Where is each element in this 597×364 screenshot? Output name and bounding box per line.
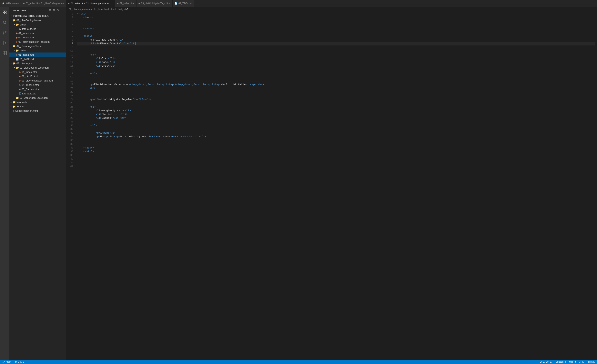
code-line-5[interactable]: </head> bbox=[77, 27, 596, 30]
code-line-9[interactable]: <h3><b>Einkaufszettel</b></h3> bbox=[77, 42, 596, 46]
code-line-38[interactable]: </html> bbox=[77, 150, 596, 153]
tab-3[interactable]: ◈01_index.html 02_Ubenungen-Name× bbox=[66, 0, 115, 7]
errors-status[interactable]: ⊗ 0 ⚠ 0 bbox=[14, 360, 25, 364]
code-line-7[interactable]: <body> bbox=[77, 34, 596, 38]
tree-item-01_index.html[interactable]: ◈01_index.html bbox=[9, 53, 66, 57]
tree-item-01_TAGs.pdf[interactable]: 📄01_TAGs.pdf bbox=[9, 57, 66, 61]
line-number-3: 3 bbox=[68, 19, 73, 23]
tree-item-02_Ubenungen-Name[interactable]: ▾📂02_Ubenungen-Name bbox=[9, 44, 66, 48]
code-line-24[interactable]: <p><h3><b>Wichtigste Regeln</b></h3></p> bbox=[77, 98, 596, 101]
code-line-10[interactable] bbox=[77, 46, 596, 49]
code-line-37[interactable]: </body> bbox=[77, 146, 596, 150]
code-line-34[interactable]: <p>H<sup>2</sup>O ist wichtig zum <b><i>… bbox=[77, 135, 596, 138]
code-line-29[interactable]: <li>Lachen</li> <br> bbox=[77, 116, 596, 120]
code-line-33[interactable]: <p>&nbsp;</p> bbox=[77, 131, 596, 135]
code-line-28[interactable]: <li>Ehrlich sein</li> bbox=[77, 113, 596, 116]
code-line-15[interactable]: <li>Brot</li> bbox=[77, 64, 596, 68]
tree-item-handouts[interactable]: ▸📁handouts bbox=[9, 100, 66, 104]
code-line-30[interactable] bbox=[77, 120, 596, 124]
code-line-18[interactable] bbox=[77, 75, 596, 79]
tree-item-01_index.html[interactable]: ◈01_index.html bbox=[9, 31, 66, 35]
code-line-21[interactable]: <br> bbox=[77, 86, 596, 90]
sidebar-header-icons: ⊕ ⊕ ⟳ … bbox=[49, 8, 64, 12]
tree-item-04_Tabelle.html[interactable]: ◈04_Tabelle.html bbox=[9, 83, 66, 87]
encoding-status[interactable]: UTF-8 bbox=[568, 360, 577, 364]
code-line-3[interactable] bbox=[77, 19, 596, 23]
code-line-27[interactable]: <li>Neugierig sein</li> bbox=[77, 109, 596, 113]
editor-content[interactable]: 1234567891011121314151617181920212223242… bbox=[66, 12, 597, 360]
new-folder-icon[interactable]: ⊕ bbox=[53, 8, 55, 12]
extensions-activity-icon[interactable] bbox=[0, 48, 9, 58]
explorer-activity-icon[interactable] bbox=[0, 8, 9, 17]
code-line-13[interactable]: <li>Eier</li> bbox=[77, 57, 596, 60]
refresh-icon[interactable]: ⟳ bbox=[56, 8, 59, 12]
code-line-2[interactable]: <head> bbox=[77, 16, 596, 19]
code-line-8[interactable]: <h1>Die TAG-Übung</h1> bbox=[77, 38, 596, 42]
more-actions-icon[interactable]: … bbox=[60, 8, 64, 12]
code-line-41[interactable] bbox=[77, 161, 596, 165]
tree-item-bilder[interactable]: ▸📁bilder bbox=[9, 48, 66, 53]
tab-close-icon[interactable]: × bbox=[111, 2, 113, 5]
code-line-35[interactable] bbox=[77, 138, 596, 142]
code-line-26[interactable]: <ol> bbox=[77, 105, 596, 109]
code-line-14[interactable]: <li>Käse</li> bbox=[77, 60, 596, 64]
tab-4[interactable]: ◈02_index.html bbox=[115, 0, 136, 7]
tree-item-05_Farben.html[interactable]: ◈05_Farben.html bbox=[9, 87, 66, 91]
run-activity-icon[interactable] bbox=[0, 38, 9, 48]
breadcrumb-item-4[interactable]: h3 bbox=[126, 8, 128, 11]
code-line-40[interactable] bbox=[77, 157, 596, 161]
line-number-29: 29 bbox=[68, 116, 73, 120]
code-line-25[interactable] bbox=[77, 101, 596, 105]
tree-item-02_Uebungen-Lösungen[interactable]: ▸📁02_Uebungen-Lösungen bbox=[9, 96, 66, 100]
code-line-31[interactable]: </ol> bbox=[77, 124, 596, 127]
new-file-icon[interactable]: ⊕ bbox=[49, 8, 51, 12]
tree-item-Skripte[interactable]: ▸📁Skripte bbox=[9, 104, 66, 108]
breadcrumb-item-2[interactable]: html bbox=[111, 8, 116, 11]
code-line-36[interactable] bbox=[77, 142, 596, 146]
tree-item-01_index.html[interactable]: ◈01_index.html bbox=[9, 70, 66, 74]
code-line-22[interactable] bbox=[77, 90, 596, 94]
code-line-1[interactable]: <html> bbox=[77, 12, 596, 16]
tree-item-03_Lösungen[interactable]: ▾📂03_Lösungen bbox=[9, 61, 66, 65]
code-line-4[interactable] bbox=[77, 23, 596, 27]
code-line-17[interactable]: </ul> bbox=[77, 71, 596, 75]
language-status[interactable]: HTML bbox=[587, 360, 596, 364]
breadcrumb-item-3[interactable]: body bbox=[118, 8, 123, 11]
cursor-position-status[interactable]: Ln 9, Col 37 bbox=[539, 360, 553, 364]
code-editor[interactable]: <html> <head> </head> <body> <h1>Die TAG… bbox=[76, 12, 597, 360]
tree-item-03_dieWichtigstenTags.html[interactable]: ◈03_dieWichtigstenTags.html bbox=[9, 40, 66, 44]
code-line-20[interactable]: <p>Ein bisschen Weissraum &nbsp;&nbsp;&n… bbox=[77, 83, 596, 86]
breadcrumb: 02_Ubenungen-Name › 01_index.html › html… bbox=[66, 7, 597, 12]
code-line-42[interactable] bbox=[77, 165, 596, 168]
tree-item-01_LiveCoding-Name[interactable]: ▾📂01_LiveCoding-Name bbox=[9, 18, 66, 22]
code-line-11[interactable] bbox=[77, 49, 596, 53]
tab-1[interactable]: ⚡Willkommen bbox=[0, 0, 21, 7]
tree-item-02_index.html[interactable]: ◈02_index.html bbox=[9, 35, 66, 40]
tab-2[interactable]: ◈01_index.html 01_LiveCoding-Name bbox=[21, 0, 66, 7]
tab-6[interactable]: 📄01_TAGs.pdf bbox=[173, 0, 194, 7]
tree-item-bilder[interactable]: ▾📂bilder bbox=[9, 22, 66, 27]
code-line-19[interactable] bbox=[77, 79, 596, 83]
line-ending-status[interactable]: CRLF bbox=[578, 360, 586, 364]
tree-item-Sonderzeichen.html[interactable]: ◈Sonderzeichen.html bbox=[9, 108, 66, 113]
code-line-32[interactable] bbox=[77, 127, 596, 131]
tab-5[interactable]: ◈03_dieWichtigstenTags.html bbox=[136, 0, 173, 7]
source-control-activity-icon[interactable] bbox=[0, 28, 9, 38]
tree-root-folder[interactable]: ▾ FORMEDIA-HTML-CSS-TEIL1 bbox=[9, 14, 66, 18]
tree-item-02_html5.html[interactable]: ◈02_html5.html bbox=[9, 74, 66, 78]
tree-item-01_LiveCoding-Lösungen[interactable]: ▾📂01_LiveCoding-Lösungen bbox=[9, 65, 66, 70]
code-line-6[interactable] bbox=[77, 30, 596, 34]
branch-status[interactable]: main bbox=[1, 360, 12, 364]
code-line-12[interactable]: <ul> bbox=[77, 53, 596, 57]
code-line-39[interactable] bbox=[77, 153, 596, 157]
code-line-23[interactable] bbox=[77, 94, 596, 98]
tree-item-foto-auto.jpg[interactable]: 🖼foto-auto.jpg bbox=[9, 27, 66, 31]
code-line-16[interactable] bbox=[77, 68, 596, 71]
svg-point-6 bbox=[3, 33, 4, 34]
spaces-status[interactable]: Spaces: 4 bbox=[555, 360, 567, 364]
breadcrumb-item-0[interactable]: 02_Ubenungen-Name bbox=[69, 8, 92, 11]
breadcrumb-item-1[interactable]: 01_index.html bbox=[94, 8, 109, 11]
tree-item-foto-auto.jpg[interactable]: 🖼foto-auto.jpg bbox=[9, 91, 66, 96]
tree-item-03_dieWichtigstenTags.html[interactable]: ◈03_dieWichtigstenTags.html bbox=[9, 78, 66, 83]
search-activity-icon[interactable] bbox=[0, 18, 9, 27]
